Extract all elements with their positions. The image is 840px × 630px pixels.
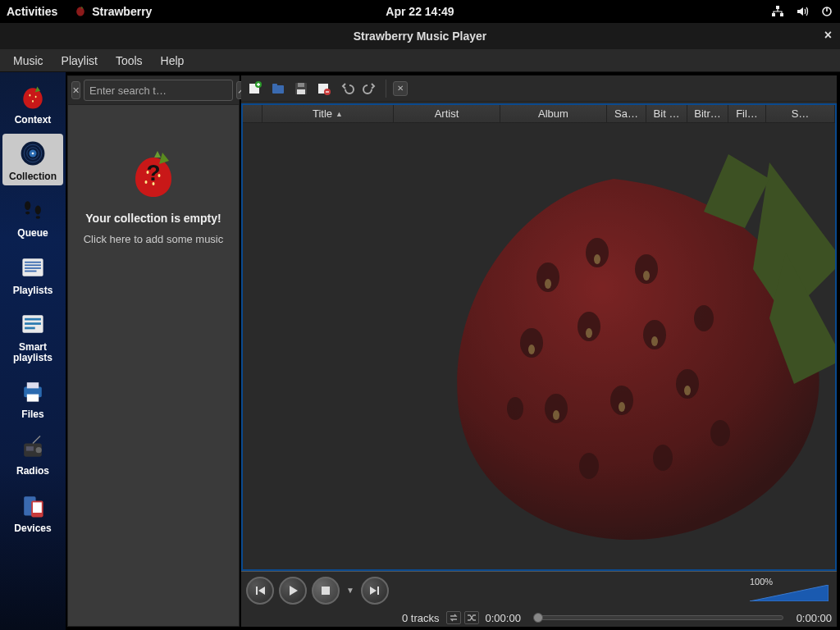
sidebar-item-smart-playlists[interactable]: Smart playlists — [2, 304, 63, 367]
shuffle-button[interactable] — [464, 611, 479, 624]
playlist-area: ✕ Title▲ Artist Album Sa… Bit … Bitr… Fi… — [241, 75, 837, 627]
svg-point-4 — [30, 94, 31, 97]
svg-point-63 — [594, 254, 600, 264]
window-title: Strawberry Music Player — [354, 30, 487, 43]
stop-button[interactable] — [312, 577, 340, 605]
menu-help[interactable]: Help — [153, 51, 193, 71]
sidebar-item-label: Devices — [14, 523, 51, 534]
volume-icon[interactable] — [796, 5, 809, 18]
playlist-toolbar: ✕ — [241, 75, 837, 102]
save-playlist-button[interactable] — [292, 80, 310, 98]
collection-empty-area[interactable]: ? Your collection is empty! Click here t… — [68, 105, 239, 626]
empty-subtitle: Click here to add some music — [84, 233, 224, 245]
svg-point-12 — [25, 202, 30, 211]
stop-after-dropdown[interactable]: ▼ — [345, 577, 356, 605]
svg-point-59 — [710, 420, 730, 446]
sort-ascending-icon: ▲ — [336, 110, 343, 118]
window-title-bar: Strawberry Music Player × — [0, 23, 840, 49]
col-source[interactable]: S… — [766, 105, 835, 122]
menu-playlist[interactable]: Playlist — [53, 51, 106, 71]
devices-icon — [18, 491, 48, 520]
svg-point-60 — [507, 397, 523, 420]
sidebar-item-label: Collection — [9, 171, 57, 182]
svg-rect-30 — [26, 447, 34, 451]
col-samplerate[interactable]: Sa… — [607, 105, 646, 122]
svg-rect-0 — [776, 6, 779, 9]
svg-rect-33 — [33, 502, 42, 513]
clear-search-button[interactable]: ✕ — [71, 81, 80, 99]
network-icon[interactable] — [771, 5, 784, 18]
app-name-label: Strawberry — [92, 5, 152, 18]
col-bitdepth[interactable]: Bit … — [646, 105, 687, 122]
svg-rect-26 — [27, 382, 39, 388]
svg-point-57 — [579, 453, 599, 479]
clock[interactable]: Apr 22 14:49 — [282, 5, 558, 18]
svg-point-69 — [619, 402, 625, 412]
total-time: 0:00:00 — [797, 612, 832, 624]
sidebar-item-devices[interactable]: Devices — [2, 486, 63, 537]
svg-point-62 — [545, 279, 551, 289]
svg-point-13 — [25, 212, 30, 215]
repeat-button[interactable] — [446, 611, 461, 624]
svg-point-11 — [32, 153, 34, 155]
svg-rect-71 — [322, 587, 330, 595]
menu-tools[interactable]: Tools — [107, 51, 151, 71]
sidebar-item-context[interactable]: Context — [2, 77, 63, 129]
strawberry-question-icon: ? — [125, 146, 182, 203]
footsteps-icon — [18, 195, 48, 225]
activities-button[interactable]: Activities — [7, 5, 57, 18]
sidebar-item-label: Context — [15, 115, 52, 126]
next-button[interactable] — [361, 577, 389, 605]
seek-knob[interactable] — [533, 613, 543, 623]
track-count: 0 tracks — [402, 612, 440, 624]
open-playlist-button[interactable] — [269, 80, 287, 98]
seek-slider[interactable] — [534, 615, 783, 620]
playlist-icon — [18, 253, 48, 282]
app-menu[interactable]: Strawberry — [74, 5, 152, 18]
sidebar-item-files[interactable]: Files — [2, 372, 63, 423]
playlist-table[interactable]: Title▲ Artist Album Sa… Bit … Bitr… Fil…… — [241, 103, 837, 571]
redo-button[interactable] — [361, 80, 379, 98]
col-artist[interactable]: Artist — [394, 105, 500, 122]
power-icon[interactable] — [820, 5, 833, 18]
menu-music[interactable]: Music — [5, 51, 52, 71]
collection-search-input[interactable] — [84, 80, 233, 101]
strawberry-icon — [74, 5, 87, 18]
previous-button[interactable] — [246, 577, 274, 605]
sidebar: Context Collection Queue Playlists Smart… — [0, 72, 66, 630]
sidebar-item-queue[interactable]: Queue — [2, 190, 63, 242]
collection-toolbar: ✕ ▼ — [68, 76, 239, 105]
svg-point-67 — [651, 336, 658, 346]
vinyl-icon — [18, 139, 48, 168]
desktop-top-bar: Activities Strawberry Apr 22 14:49 — [0, 0, 840, 23]
svg-rect-24 — [25, 326, 35, 329]
undo-button[interactable] — [338, 80, 356, 98]
col-album[interactable]: Album — [500, 105, 607, 122]
col-title[interactable]: Title▲ — [262, 105, 394, 122]
close-tab-button[interactable]: ✕ — [393, 81, 408, 96]
window-close-button[interactable]: × — [824, 28, 832, 43]
status-bar: 0 tracks 0:00:00 0:00:00 — [241, 609, 837, 627]
svg-rect-45 — [297, 89, 305, 94]
sidebar-item-label: Playlists — [13, 285, 53, 296]
col-filetype[interactable]: Fil… — [728, 105, 766, 122]
col-bitrate[interactable]: Bitr… — [687, 105, 728, 122]
clear-playlist-button[interactable] — [315, 80, 333, 98]
col-indicator[interactable] — [243, 105, 262, 122]
svg-rect-17 — [25, 261, 41, 262]
sidebar-item-radios[interactable]: Radios — [2, 428, 63, 480]
sidebar-item-playlists[interactable]: Playlists — [2, 248, 63, 299]
svg-rect-19 — [25, 267, 41, 269]
sidebar-item-collection[interactable]: Collection — [2, 134, 63, 185]
svg-point-68 — [553, 410, 559, 420]
svg-rect-44 — [298, 83, 304, 87]
new-playlist-button[interactable] — [246, 80, 264, 98]
volume-control[interactable]: 100% — [750, 578, 832, 603]
playlist-header-row: Title▲ Artist Album Sa… Bit … Bitr… Fil…… — [243, 105, 835, 123]
smart-playlist-icon — [18, 309, 48, 339]
play-button[interactable] — [279, 577, 307, 605]
svg-point-14 — [35, 206, 41, 215]
playback-controls: ▼ 100% — [241, 571, 837, 609]
svg-rect-20 — [25, 270, 36, 272]
svg-rect-22 — [25, 318, 41, 321]
